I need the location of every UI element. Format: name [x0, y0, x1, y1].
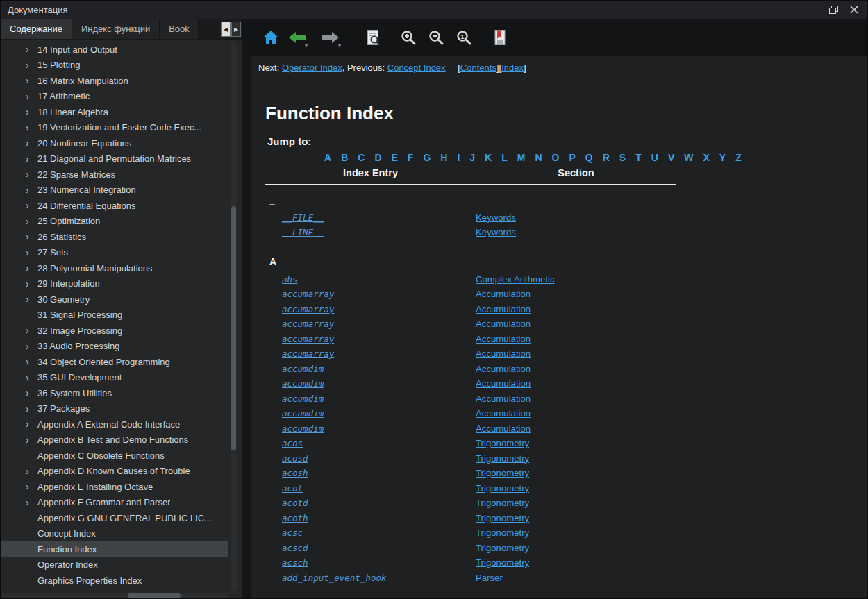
section-link[interactable]: Keywords — [476, 212, 516, 223]
jump-letter-link[interactable]: W — [684, 152, 693, 163]
sidebar-item[interactable]: ›34 Object Oriented Programming — [1, 354, 228, 370]
back-button[interactable]: ▾ — [285, 26, 309, 49]
section-link[interactable]: Trigonometry — [476, 483, 529, 493]
chevron-right-icon[interactable]: › — [26, 154, 37, 164]
tab[interactable]: Book — [160, 19, 199, 39]
index-link[interactable]: Index — [501, 62, 524, 73]
chevron-right-icon[interactable]: › — [26, 44, 37, 54]
jump-letter-link[interactable]: C — [358, 152, 365, 163]
section-link[interactable]: Trigonometry — [476, 438, 529, 448]
function-link[interactable]: accumarray — [282, 334, 334, 344]
function-link[interactable]: acscd — [282, 543, 308, 553]
sidebar-item[interactable]: ›30 Geometry — [1, 292, 228, 307]
jump-letter-link[interactable]: G — [423, 152, 431, 163]
back-dropdown-icon[interactable]: ▾ — [305, 42, 308, 49]
section-link[interactable]: Accumulation — [476, 334, 531, 344]
jump-letter-link[interactable]: L — [501, 152, 508, 163]
function-link[interactable]: accumarray — [282, 289, 334, 299]
sidebar-horizontal-scrollbar[interactable] — [1, 593, 228, 598]
chevron-right-icon[interactable]: › — [26, 60, 37, 70]
jump-letter-link[interactable]: X — [703, 152, 709, 163]
sidebar-item[interactable]: ›16 Matrix Manipulation — [1, 73, 228, 89]
zoom-original-button[interactable]: 1 — [452, 26, 476, 49]
sidebar-item[interactable]: Graphics Properties Index — [1, 573, 228, 589]
chevron-right-icon[interactable]: › — [26, 482, 37, 491]
function-link[interactable]: abs — [282, 274, 298, 285]
jump-letter-link[interactable]: I — [457, 152, 460, 163]
section-link[interactable]: Trigonometry — [476, 468, 529, 478]
sidebar-item[interactable]: ›Appendix E Installing Octave — [1, 479, 228, 495]
chevron-right-icon[interactable]: › — [26, 341, 37, 351]
sidebar-item[interactable]: Appendix C Obsolete Functions — [1, 448, 228, 464]
sidebar-item[interactable]: ›18 Linear Algebra — [1, 104, 228, 120]
jump-letter-link[interactable]: B — [341, 152, 348, 163]
function-link[interactable]: add_input_event_hook — [282, 573, 387, 583]
function-link[interactable]: accumdim — [282, 378, 324, 389]
forward-button[interactable]: ▾ — [319, 26, 342, 49]
section-link[interactable]: Keywords — [476, 227, 516, 237]
function-link[interactable]: accumarray — [282, 348, 334, 359]
function-link[interactable]: acosh — [282, 468, 308, 478]
chevron-right-icon[interactable]: › — [26, 326, 37, 335]
zoom-in-button[interactable] — [397, 26, 420, 49]
section-link[interactable]: Accumulation — [476, 423, 531, 434]
section-link[interactable]: Trigonometry — [476, 513, 529, 523]
chevron-right-icon[interactable]: › — [26, 373, 37, 382]
section-link[interactable]: Accumulation — [476, 304, 531, 314]
jump-letter-link[interactable]: A — [324, 152, 331, 163]
sidebar-item[interactable]: ›Appendix F Grammar and Parser — [1, 495, 228, 511]
chevron-right-icon[interactable]: › — [26, 404, 37, 414]
sidebar-item[interactable]: Operator Index — [1, 557, 228, 573]
section-link[interactable]: Trigonometry — [476, 528, 529, 538]
function-link[interactable]: __FILE__ — [282, 212, 324, 223]
section-link[interactable]: Accumulation — [476, 408, 531, 419]
zoom-out-button[interactable] — [424, 26, 448, 49]
section-link[interactable]: Accumulation — [476, 289, 531, 299]
sidebar-item[interactable]: ›14 Input and Output — [1, 42, 228, 58]
sidebar-item[interactable]: ›32 Image Processing — [1, 323, 228, 339]
restore-button[interactable] — [826, 3, 841, 17]
chevron-right-icon[interactable]: › — [26, 357, 37, 366]
jump-letter-link[interactable]: J — [469, 152, 475, 163]
chevron-right-icon[interactable]: › — [26, 388, 37, 398]
search-document-button[interactable] — [362, 26, 385, 49]
section-link[interactable]: Parser — [476, 573, 503, 583]
chevron-right-icon[interactable]: › — [26, 169, 37, 179]
chevron-right-icon[interactable]: › — [26, 263, 37, 273]
chevron-right-icon[interactable]: › — [26, 107, 37, 117]
sidebar-item[interactable]: Function Index — [1, 541, 228, 557]
tab-scroll-right-button[interactable]: ▶ — [231, 22, 241, 37]
chevron-right-icon[interactable]: › — [26, 217, 37, 226]
sidebar-item[interactable]: ›Appendix A External Code Interface — [1, 416, 228, 432]
chevron-right-icon[interactable]: › — [26, 248, 37, 258]
jump-letter-link[interactable]: E — [392, 152, 398, 163]
section-link[interactable]: Trigonometry — [476, 498, 529, 508]
section-link[interactable]: Trigonometry — [476, 557, 529, 568]
jump-letter-link[interactable]: Z — [735, 152, 742, 163]
sidebar-item[interactable]: ›15 Plotting — [1, 58, 228, 74]
section-link[interactable]: Trigonometry — [476, 543, 529, 553]
section-link[interactable]: Accumulation — [476, 319, 531, 329]
chevron-right-icon[interactable]: › — [26, 123, 37, 133]
function-link[interactable]: acosd — [282, 453, 308, 464]
sidebar-item[interactable]: ›33 Audio Processing — [1, 339, 228, 355]
close-button[interactable] — [846, 3, 862, 17]
sidebar-item[interactable]: ›36 System Utilities — [1, 385, 228, 401]
sidebar-item[interactable]: ›22 Sparse Matrices — [1, 167, 228, 183]
sidebar-item[interactable]: ›28 Polynomial Manipulations — [1, 260, 228, 276]
section-link[interactable]: Accumulation — [476, 348, 531, 359]
function-link[interactable]: acotd — [282, 498, 308, 508]
function-link[interactable]: __LINE__ — [282, 227, 324, 237]
chevron-right-icon[interactable]: › — [26, 185, 37, 195]
jump-letter-link[interactable]: Y — [719, 152, 726, 163]
sidebar-item[interactable]: ›Appendix D Known Causes of Trouble — [1, 464, 228, 480]
function-link[interactable]: accumdim — [282, 423, 324, 434]
chevron-right-icon[interactable]: › — [26, 498, 37, 507]
sidebar-item[interactable]: 31 Signal Processing — [1, 307, 228, 323]
jump-letter-link[interactable]: Q — [585, 152, 593, 163]
function-link[interactable]: accumdim — [282, 408, 324, 419]
bookmark-button[interactable] — [488, 26, 512, 49]
function-link[interactable]: acsc — [282, 528, 303, 538]
function-link[interactable]: acot — [282, 483, 303, 493]
sidebar-item[interactable]: ›23 Numerical Integration — [1, 183, 228, 199]
